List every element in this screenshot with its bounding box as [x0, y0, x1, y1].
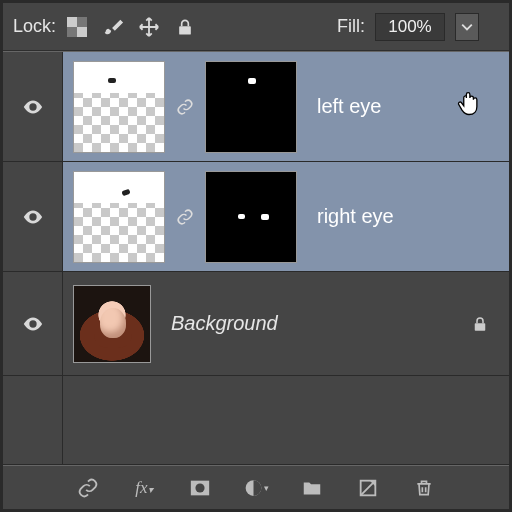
- visibility-icon: [22, 313, 44, 335]
- layer-thumbnail[interactable]: [73, 285, 151, 363]
- lock-label: Lock:: [13, 16, 56, 37]
- layer-row[interactable]: left eye: [63, 52, 509, 162]
- layer-thumbnail[interactable]: [73, 171, 165, 263]
- link-icon[interactable]: [173, 208, 197, 226]
- layer-lock-icon[interactable]: [471, 315, 489, 333]
- svg-rect-9: [475, 323, 486, 331]
- add-mask-button[interactable]: [187, 475, 213, 501]
- visibility-icon: [22, 206, 44, 228]
- svg-rect-3: [77, 17, 87, 27]
- dropdown-icon: [461, 21, 473, 33]
- hand-cursor-icon: [455, 90, 483, 118]
- fill-dropdown[interactable]: [455, 13, 479, 41]
- fill-input[interactable]: [375, 13, 445, 41]
- layer-mask-thumbnail[interactable]: [205, 171, 297, 263]
- fx-icon: fx▾: [135, 478, 152, 498]
- svg-point-6: [31, 105, 35, 109]
- new-layer-button[interactable]: [355, 475, 381, 501]
- layer-name[interactable]: left eye: [317, 95, 381, 118]
- link-layers-button[interactable]: [75, 475, 101, 501]
- brush-icon[interactable]: [102, 16, 124, 38]
- layer-mask-thumbnail[interactable]: [205, 61, 297, 153]
- transparency-lock-icon[interactable]: [66, 16, 88, 38]
- fx-button[interactable]: fx▾: [131, 475, 157, 501]
- new-group-button[interactable]: [299, 475, 325, 501]
- adjustment-layer-button[interactable]: ▾: [243, 475, 269, 501]
- delete-layer-button[interactable]: [411, 475, 437, 501]
- layers-list: left eye right eye: [3, 51, 509, 465]
- svg-rect-2: [77, 27, 87, 37]
- visibility-toggle[interactable]: [3, 162, 62, 272]
- layers-topbar: Lock: Fill:: [3, 3, 509, 51]
- layers-bottombar: fx▾ ▾: [3, 465, 509, 509]
- trash-icon: [414, 477, 434, 499]
- layer-name[interactable]: right eye: [317, 205, 394, 228]
- link-icon: [77, 477, 99, 499]
- layer-row[interactable]: right eye: [63, 162, 509, 272]
- layer-row[interactable]: Background: [63, 272, 509, 376]
- fill-group: Fill:: [337, 13, 499, 41]
- new-layer-icon: [357, 477, 379, 499]
- add-mask-icon: [189, 477, 211, 499]
- fill-label: Fill:: [337, 16, 365, 37]
- visibility-column: [3, 52, 63, 464]
- visibility-icon: [22, 96, 44, 118]
- layer-name[interactable]: Background: [171, 312, 278, 335]
- svg-rect-1: [67, 17, 77, 27]
- svg-point-11: [195, 483, 204, 492]
- svg-rect-4: [67, 27, 77, 37]
- visibility-toggle[interactable]: [3, 52, 62, 162]
- layer-rows: left eye right eye: [63, 52, 509, 464]
- move-icon[interactable]: [138, 16, 160, 38]
- svg-rect-5: [179, 26, 191, 34]
- svg-point-7: [31, 215, 35, 219]
- layer-thumbnail[interactable]: [73, 61, 165, 153]
- layers-panel: Lock: Fill:: [0, 0, 512, 512]
- lock-icons-group: [66, 16, 196, 38]
- svg-point-8: [31, 322, 35, 326]
- visibility-toggle[interactable]: [3, 272, 62, 376]
- link-icon[interactable]: [173, 98, 197, 116]
- group-icon: [301, 477, 323, 499]
- lock-icon[interactable]: [174, 16, 196, 38]
- adjustment-icon: [243, 477, 264, 499]
